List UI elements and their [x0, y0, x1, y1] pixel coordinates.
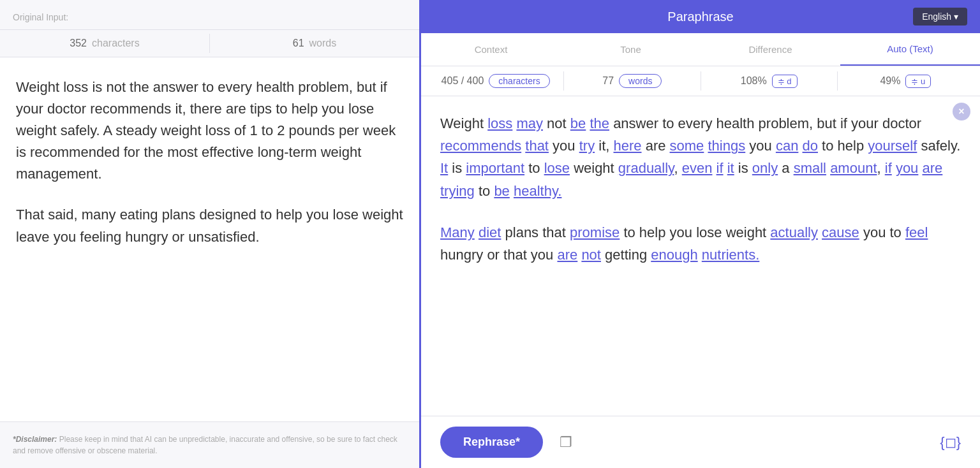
language-selector[interactable]: English ▾ — [913, 8, 967, 26]
changed-word-be: be — [494, 183, 509, 199]
disclaimer-text: *Disclaimer: Please keep in mind that AI… — [13, 434, 406, 457]
app-container: Original Input: 352 characters 61 words … — [0, 0, 980, 468]
tab-tone-label: Tone — [620, 44, 641, 55]
tab-context-label: Context — [475, 44, 508, 55]
changed-word-small: small — [794, 160, 826, 176]
changed-word-things: things — [708, 138, 745, 154]
original-paragraph-2: That said, many eating plans designed to… — [16, 204, 403, 247]
changed-word-do: do — [803, 138, 818, 154]
changed-word-here: here — [613, 138, 641, 154]
percent-u-group: 49% ≑ u — [838, 67, 974, 96]
rephrase-button[interactable]: Rephrase* — [440, 427, 543, 458]
right-stats-bar: 405 / 400 characters 77 words 108% ≑ d 4… — [421, 66, 980, 96]
tab-context[interactable]: Context — [421, 34, 561, 65]
changed-word-diet: diet — [479, 224, 501, 240]
disclaimer-label: *Disclaimer: — [13, 435, 57, 444]
changed-word-that: that — [525, 138, 549, 154]
changed-word-feel: feel — [905, 224, 928, 240]
changed-word-important: important — [466, 160, 524, 176]
changed-word-can: can — [776, 138, 798, 154]
word-number: 61 — [293, 38, 304, 49]
changed-word-are: are — [922, 160, 942, 176]
right-footer: Rephrase* ❐ {◻} — [421, 416, 980, 468]
changed-word-cause: cause — [822, 224, 859, 240]
changed-word-actually: actually — [770, 224, 818, 240]
original-input-header: Original Input: — [0, 0, 419, 30]
words-pill[interactable]: words — [619, 74, 662, 88]
changed-word-yourself: yourself — [868, 138, 917, 154]
tab-auto-label: Auto (Text) — [887, 43, 933, 54]
chars-stat-group: 405 / 400 characters — [427, 66, 563, 96]
changed-word-some: some — [670, 138, 704, 154]
changed-word-healthy: healthy. — [514, 183, 561, 199]
percent-d-value: 108% — [741, 75, 767, 87]
changed-word-it: It — [440, 160, 448, 176]
close-button[interactable]: × — [953, 103, 970, 121]
changed-word-amount: amount — [830, 160, 877, 176]
paraphrased-paragraph-1: Weight loss may not be the answer to eve… — [440, 112, 961, 202]
char-label: characters — [92, 38, 140, 49]
footer-right: {◻} — [940, 434, 961, 451]
tab-tone[interactable]: Tone — [561, 34, 701, 65]
words-used: 77 — [602, 75, 614, 87]
changed-word-enough: enough — [651, 247, 697, 263]
changed-word-the: the — [590, 115, 609, 131]
changed-word-gradually: gradually — [618, 160, 674, 176]
unchanged-word-weight: weight — [726, 224, 767, 240]
changed-word-even: even — [682, 160, 713, 176]
changed-word-loss: loss — [487, 115, 512, 131]
tab-difference[interactable]: Difference — [701, 34, 840, 65]
changed-word-not: not — [581, 247, 601, 263]
tab-difference-label: Difference — [748, 44, 792, 55]
language-label: English ▾ — [922, 11, 958, 22]
changed-word-it2: it — [727, 160, 734, 176]
paraphrased-paragraph-2: Many diet plans that promise to help you… — [440, 221, 961, 266]
words-stat-group: 77 words — [564, 66, 700, 96]
paraphrased-content: × Weight loss may not be the answer to e… — [421, 96, 980, 416]
left-footer: *Disclaimer: Please keep in mind that AI… — [0, 421, 419, 468]
json-icon[interactable]: {◻} — [940, 434, 961, 451]
character-count: 352 characters — [0, 30, 209, 57]
changed-word-if2: if — [885, 160, 892, 176]
changed-word-promise: promise — [570, 224, 620, 240]
percent-u-value: 49% — [880, 75, 900, 87]
changed-word-nutrients: nutrients. — [702, 247, 760, 263]
top-bar: Paraphrase English ▾ — [421, 0, 980, 33]
original-input-label: Original Input: — [13, 12, 68, 22]
changed-word-many: Many — [440, 224, 475, 240]
percent-d-group: 108% ≑ d — [701, 67, 837, 96]
chars-pill[interactable]: characters — [489, 74, 549, 88]
char-number: 352 — [70, 38, 87, 49]
changed-word-lose: lose — [544, 160, 570, 176]
d-button[interactable]: ≑ d — [772, 75, 798, 88]
right-panel: Paraphrase English ▾ Context Tone Differ… — [421, 0, 980, 468]
tab-auto[interactable]: Auto (Text) — [840, 33, 980, 66]
tabs-bar: Context Tone Difference Auto (Text) — [421, 33, 980, 66]
changed-word-recommends: recommends — [440, 138, 521, 154]
word-label: words — [309, 38, 337, 49]
changed-word-trying: trying — [440, 183, 475, 199]
changed-word-may: may — [516, 115, 543, 131]
paraphrase-title: Paraphrase — [612, 10, 790, 24]
changed-word-be: be — [570, 115, 586, 131]
changed-word-try: try — [579, 138, 595, 154]
original-paragraph-1: Weight loss is not the answer to every h… — [16, 77, 403, 185]
original-text-content: Weight loss is not the answer to every h… — [0, 57, 419, 421]
left-stats-bar: 352 characters 61 words — [0, 30, 419, 57]
u-button[interactable]: ≑ u — [905, 75, 931, 88]
changed-word-only: only — [752, 160, 778, 176]
rephrase-button-label: Rephrase* — [463, 435, 520, 448]
copy-icon[interactable]: ❐ — [560, 434, 572, 451]
changed-word-you: you — [896, 160, 918, 176]
changed-word-if: if — [716, 160, 724, 176]
chars-used: 405 / 400 — [442, 75, 484, 87]
changed-word-are2: are — [557, 247, 577, 263]
footer-left: Rephrase* ❐ — [440, 427, 572, 458]
word-count: 61 words — [210, 30, 419, 57]
left-panel: Original Input: 352 characters 61 words … — [0, 0, 421, 468]
